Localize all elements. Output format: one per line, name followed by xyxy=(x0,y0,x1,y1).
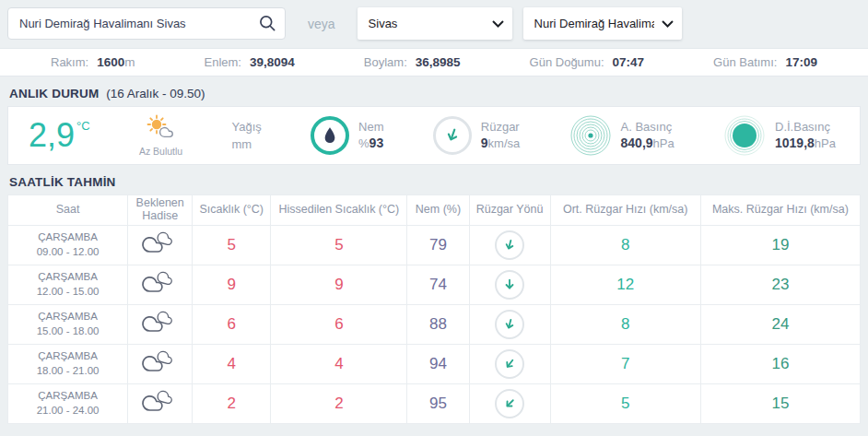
station-select[interactable]: Nuri Demirağ Havalimanı xyxy=(523,7,682,40)
pressure-solid-icon xyxy=(723,114,766,157)
row-time-range: 15.00 - 18.00 xyxy=(8,324,127,339)
hourly-forecast-table: Saat Beklenen Hadise Sıcaklık (°C) Hisse… xyxy=(7,194,861,424)
search-input[interactable] xyxy=(7,7,286,40)
col-beklenen-hadise: Beklenen Hadise xyxy=(128,195,193,226)
col-maks-ruzgar: Maks. Rüzgar Hızı (km/sa) xyxy=(700,195,860,226)
row-humidity: 95 xyxy=(407,383,469,423)
row-avg-wind: 5 xyxy=(550,383,700,423)
forecast-row: ÇARŞAMBA 09.00 - 12.00 5 5 79 xyxy=(8,225,861,265)
station-select-wrap: Nuri Demirağ Havalimanı xyxy=(523,7,682,40)
search-box xyxy=(7,7,286,40)
row-day: ÇARŞAMBA xyxy=(8,310,127,324)
current-condition: Az Bulutlu xyxy=(139,114,182,157)
row-max-wind: 16 xyxy=(700,344,860,383)
hourly-section-title: SAATLİK TAHMİN xyxy=(9,175,859,189)
row-temperature: 2 xyxy=(193,383,271,423)
topbar: veya Sivas Nuri Demirağ Havalimanı xyxy=(7,0,861,48)
forecast-row: ÇARŞAMBA 21.00 - 24.00 2 2 95 xyxy=(8,383,861,423)
wind-direction-icon xyxy=(499,353,520,373)
info-item-altitude: Rakım:1600m xyxy=(51,55,135,69)
row-time-range: 18.00 - 21.00 xyxy=(8,364,127,379)
pressure-rings-icon xyxy=(569,114,612,157)
info-item-latitude: Enlem:39,8094 xyxy=(204,55,294,69)
row-avg-wind: 12 xyxy=(550,265,700,304)
row-humidity: 94 xyxy=(407,344,469,383)
cloudy-icon xyxy=(141,270,180,296)
col-saat: Saat xyxy=(8,195,128,226)
precipitation-metric: Yağış mm xyxy=(231,118,261,154)
location-info-bar: Rakım:1600m Enlem:39,8094 Boylam:36,8985… xyxy=(0,48,868,77)
city-select-wrap: Sivas xyxy=(358,7,512,40)
row-time-range: 12.00 - 15.00 xyxy=(8,285,127,300)
row-feels-like: 6 xyxy=(271,304,407,344)
table-header-row: Saat Beklenen Hadise Sıcaklık (°C) Hisse… xyxy=(8,195,861,226)
wind-metric: Rüzgar 9km/sa xyxy=(433,116,520,155)
info-item-longitude: Boylam:36,8985 xyxy=(364,55,461,69)
row-humidity: 79 xyxy=(407,225,469,265)
forecast-row: ÇARŞAMBA 12.00 - 15.00 9 9 74 xyxy=(8,265,861,304)
forecast-row: ÇARŞAMBA 18.00 - 21.00 4 4 94 xyxy=(8,344,861,383)
wind-direction-icon xyxy=(502,277,517,292)
row-max-wind: 23 xyxy=(700,265,860,304)
col-ort-ruzgar: Ort. Rüzgar Hızı (km/sa) xyxy=(550,195,700,226)
row-max-wind: 24 xyxy=(700,304,860,344)
wind-direction-icon xyxy=(500,315,519,334)
forecast-row: ÇARŞAMBA 15.00 - 18.00 6 6 88 xyxy=(8,304,861,344)
wind-direction-badge xyxy=(495,349,524,379)
col-sicaklik: Sıcaklık (°C) xyxy=(193,195,271,226)
wind-direction-badge xyxy=(495,270,524,300)
city-select[interactable]: Sivas xyxy=(358,7,512,40)
col-hissedilen: Hissedilen Sıcaklık (°C) xyxy=(271,195,407,226)
wind-direction-badge xyxy=(495,230,524,260)
info-item-sunrise: Gün Doğumu:07:47 xyxy=(530,55,644,69)
humidity-drop-icon xyxy=(311,116,349,155)
current-section-title: ANLIK DURUM (16 Aralık - 09.50) xyxy=(9,87,859,100)
row-temperature: 4 xyxy=(193,344,271,383)
row-avg-wind: 8 xyxy=(550,225,700,265)
cloudy-icon xyxy=(141,389,180,415)
row-time-range: 21.00 - 24.00 xyxy=(8,404,127,418)
row-time-range: 09.00 - 12.00 xyxy=(8,245,127,260)
wind-direction-badge xyxy=(495,310,524,339)
row-day: ÇARŞAMBA xyxy=(8,349,127,364)
sun-cloud-icon xyxy=(142,114,181,141)
cloudy-icon xyxy=(141,349,180,375)
current-temperature: 2,9°C xyxy=(29,119,90,152)
row-feels-like: 4 xyxy=(271,344,407,383)
row-day: ÇARŞAMBA xyxy=(8,230,127,245)
row-day: ÇARŞAMBA xyxy=(8,270,127,285)
row-temperature: 9 xyxy=(193,265,271,304)
info-item-sunset: Gün Batımı:17:09 xyxy=(713,55,817,69)
cloudy-icon xyxy=(141,310,180,336)
row-avg-wind: 7 xyxy=(550,344,700,383)
row-avg-wind: 8 xyxy=(550,304,700,344)
wind-direction-icon xyxy=(499,393,521,414)
row-day: ÇARŞAMBA xyxy=(8,389,127,404)
or-label: veya xyxy=(308,17,335,31)
row-humidity: 88 xyxy=(407,304,469,344)
row-feels-like: 9 xyxy=(271,265,407,304)
wind-direction-badge xyxy=(495,389,524,418)
actual-pressure-metric: A. Basınç 840,9hPa xyxy=(569,114,674,157)
row-humidity: 74 xyxy=(407,265,469,304)
row-temperature: 5 xyxy=(193,225,271,265)
col-ruzgar-yonu: Rüzgar Yönü xyxy=(469,195,550,226)
humidity-metric: Nem %93 xyxy=(311,116,383,155)
sea-level-pressure-metric: D.İ.Basınç 1019,8hPa xyxy=(723,114,836,157)
row-feels-like: 2 xyxy=(271,383,407,423)
current-conditions-card: 2,9°C Az Bulutlu xyxy=(7,106,861,165)
search-icon[interactable] xyxy=(259,15,276,32)
row-max-wind: 15 xyxy=(700,383,860,423)
weather-station-page: veya Sivas Nuri Demirağ Havalimanı Rakım… xyxy=(0,0,868,424)
row-temperature: 6 xyxy=(193,304,271,344)
cloudy-icon xyxy=(141,230,180,256)
wind-direction-icon xyxy=(440,124,464,147)
wind-direction-icon xyxy=(500,236,519,254)
col-nem: Nem (%) xyxy=(407,195,469,226)
row-max-wind: 19 xyxy=(700,225,860,265)
row-feels-like: 5 xyxy=(271,225,407,265)
